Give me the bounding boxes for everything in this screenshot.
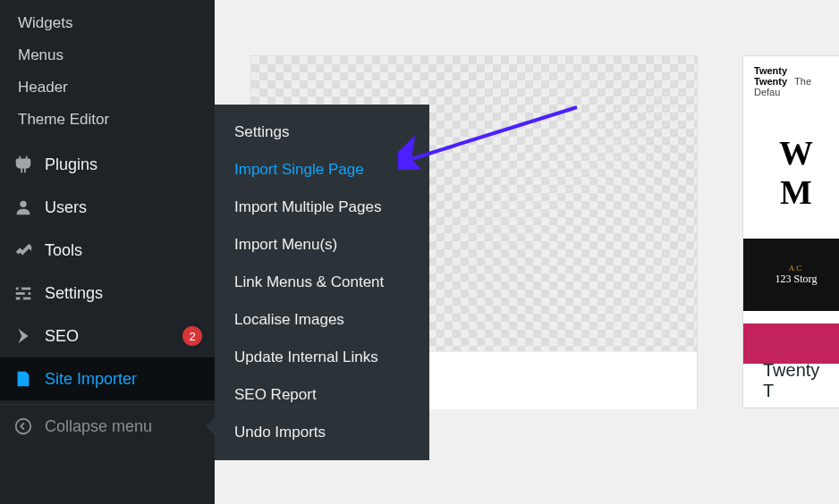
sidebar-item-label: Plugins: [45, 155, 202, 174]
flyout-item-settings[interactable]: Settings: [215, 113, 429, 151]
document-icon: [13, 368, 34, 390]
theme-preview-hero: WM: [743, 106, 839, 239]
sidebar-item-seo[interactable]: SEO 2: [0, 315, 215, 357]
svg-rect-1: [16, 288, 31, 290]
sidebar-item-site-importer[interactable]: Site Importer: [0, 357, 215, 400]
tools-icon: [13, 239, 34, 261]
sidebar-item-theme-editor[interactable]: Theme Editor: [0, 104, 215, 136]
theme-card[interactable]: Twenty TwentyThe Defau WM AC 123 Storg T…: [742, 55, 839, 408]
flyout-item-import-menus[interactable]: Import Menu(s): [215, 226, 429, 264]
sidebar-item-plugins[interactable]: Plugins: [0, 143, 215, 186]
sidebar-appearance-subitems: Widgets Menus Header Theme Editor: [0, 0, 215, 143]
sidebar-collapse-menu[interactable]: Collapse menu: [0, 404, 215, 448]
sidebar-item-header[interactable]: Header: [0, 71, 215, 104]
theme-preview-header: Twenty TwentyThe Defau: [743, 56, 839, 106]
flyout-item-undo-imports[interactable]: Undo Imports: [215, 414, 429, 451]
sidebar-item-label: Collapse menu: [45, 417, 202, 436]
collapse-icon: [13, 416, 34, 437]
plugin-icon: [13, 154, 34, 175]
notification-badge: 2: [182, 326, 202, 346]
settings-icon: [13, 282, 34, 304]
site-importer-flyout: Settings Import Single Page Import Multi…: [215, 105, 429, 460]
sidebar-item-tools[interactable]: Tools: [0, 229, 215, 272]
flyout-item-update-internal-links[interactable]: Update Internal Links: [215, 339, 429, 376]
svg-point-7: [16, 419, 31, 434]
flyout-item-localise-images[interactable]: Localise Images: [215, 301, 429, 339]
svg-point-6: [20, 297, 23, 300]
sidebar-item-users[interactable]: Users: [0, 186, 215, 229]
theme-preview-bar: [743, 323, 839, 364]
flyout-item-import-multiple-pages[interactable]: Import Multiple Pages: [215, 189, 429, 226]
sidebar-item-widgets[interactable]: Widgets: [0, 7, 215, 39]
sidebar-item-label: Site Importer: [45, 370, 202, 389]
sidebar-item-label: Settings: [45, 284, 202, 303]
theme-preview-eyebrow: AC: [756, 264, 836, 273]
sidebar-item-label: SEO: [45, 327, 175, 346]
theme-preview-block: AC 123 Storg: [743, 239, 839, 311]
admin-sidebar: Widgets Menus Header Theme Editor Plugin…: [0, 0, 215, 504]
svg-point-4: [18, 287, 21, 290]
users-icon: [13, 197, 34, 218]
seo-icon: [13, 325, 34, 347]
theme-preview-logo: Twenty Twenty: [754, 65, 787, 87]
svg-rect-2: [16, 292, 31, 295]
flyout-item-import-single-page[interactable]: Import Single Page: [215, 151, 429, 189]
theme-preview-address: 123 Storg: [756, 273, 836, 286]
svg-point-5: [25, 291, 29, 295]
sidebar-item-settings[interactable]: Settings: [0, 272, 215, 315]
sidebar-item-menus[interactable]: Menus: [0, 39, 215, 71]
svg-point-0: [20, 201, 26, 207]
sidebar-item-label: Tools: [45, 241, 202, 260]
theme-thumbnail: Twenty TwentyThe Defau WM AC 123 Storg: [743, 56, 839, 351]
flyout-item-link-menus-content[interactable]: Link Menus & Content: [215, 264, 429, 301]
flyout-item-seo-report[interactable]: SEO Report: [215, 376, 429, 414]
sidebar-item-label: Users: [45, 198, 202, 217]
